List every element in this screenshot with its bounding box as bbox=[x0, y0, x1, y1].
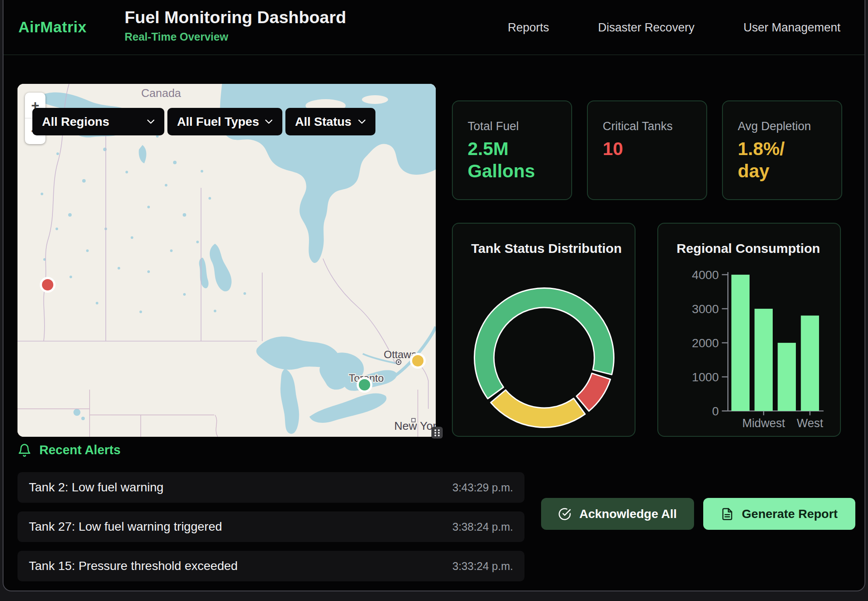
filter-all-status[interactable]: All Status bbox=[285, 108, 375, 135]
filter-all-fuel-types[interactable]: All Fuel Types bbox=[167, 108, 282, 135]
map-panel[interactable]: Canada Ottawa Toronto New York + − All R… bbox=[17, 84, 436, 437]
document-icon bbox=[721, 508, 734, 521]
y-tick-label: 4000 bbox=[692, 268, 719, 282]
nav-item-user-management[interactable]: User Management bbox=[743, 21, 840, 35]
filter-all-regions[interactable]: All Regions bbox=[32, 108, 164, 135]
stat-value: 10 bbox=[603, 138, 691, 160]
map-filters: All RegionsAll Fuel TypesAll Status bbox=[32, 108, 375, 135]
alert-text: Tank 15: Pressure threshold exceeded bbox=[29, 559, 238, 573]
map-island bbox=[362, 95, 388, 104]
stat-card-critical-tanks: Critical Tanks10 bbox=[587, 100, 707, 200]
tank-status-card: Tank Status Distribution bbox=[452, 223, 635, 437]
chevron-down-icon bbox=[265, 119, 273, 124]
y-tick-label: 2000 bbox=[692, 336, 719, 350]
stat-value-line: day bbox=[738, 160, 826, 182]
bar-midwest bbox=[754, 309, 773, 411]
tank-status-donut-chart bbox=[453, 224, 635, 435]
drag-handle-icon[interactable] bbox=[431, 427, 443, 439]
right-column: Total Fuel2.5MGallonsCritical Tanks10Avg… bbox=[452, 84, 842, 437]
recent-alerts-title: Recent Alerts bbox=[39, 443, 121, 457]
y-tick-label: 1000 bbox=[692, 370, 719, 384]
chevron-down-icon bbox=[358, 119, 366, 124]
check-circle-icon bbox=[558, 508, 571, 521]
generate-report-label: Generate Report bbox=[742, 507, 837, 521]
acknowledge-all-label: Acknowledge All bbox=[579, 507, 677, 521]
map-town-symbol-ottawa-dot bbox=[398, 361, 399, 363]
alert-time: 3:33:24 p.m. bbox=[452, 560, 513, 573]
x-tick-label-midwest: Midwest bbox=[742, 417, 785, 430]
stat-value-line: 2.5M bbox=[468, 138, 556, 160]
filter-label: All Status bbox=[295, 115, 351, 129]
alert-row: Tank 27: Low fuel warning triggered3:38:… bbox=[17, 511, 524, 542]
alert-time: 3:43:29 p.m. bbox=[452, 481, 513, 494]
map-canvas[interactable]: Canada Ottawa Toronto New York bbox=[17, 84, 436, 437]
donut-segment-warning bbox=[491, 390, 585, 428]
bar-west bbox=[801, 315, 819, 411]
brand-logo[interactable]: AirMatrix bbox=[18, 18, 87, 36]
stat-card-total-fuel: Total Fuel2.5MGallons bbox=[452, 100, 572, 200]
chevron-down-icon bbox=[147, 119, 155, 124]
stat-card-avg-depletion: Avg Depletion1.8%/day bbox=[722, 100, 842, 200]
map-label-canada: Canada bbox=[141, 86, 181, 100]
stat-label: Total Fuel bbox=[468, 120, 556, 133]
recent-alerts-header: Recent Alerts bbox=[17, 443, 121, 457]
generate-report-button[interactable]: Generate Report bbox=[703, 498, 855, 530]
nav-item-disaster-recovery[interactable]: Disaster Recovery bbox=[598, 21, 694, 35]
map-marker-critical[interactable] bbox=[41, 278, 55, 292]
stat-value-line: Gallons bbox=[468, 160, 556, 182]
y-tick-label: 0 bbox=[712, 404, 719, 418]
regional-consumption-card: Regional Consumption 01000200030004000Mi… bbox=[657, 223, 841, 437]
main-nav: ReportsDisaster RecoveryUser Management bbox=[508, 0, 840, 55]
y-tick-label: 3000 bbox=[692, 302, 719, 316]
filter-label: All Regions bbox=[42, 115, 109, 129]
map-svg: Canada Ottawa Toronto New York bbox=[17, 84, 436, 437]
alert-text: Tank 27: Low fuel warning triggered bbox=[29, 520, 222, 534]
alert-text: Tank 2: Low fuel warning bbox=[29, 480, 163, 494]
page-title: Fuel Monitoring Dashboard bbox=[125, 8, 346, 27]
stat-value-line: 10 bbox=[603, 138, 691, 160]
stat-value: 1.8%/day bbox=[738, 138, 826, 182]
donut-segment-critical bbox=[576, 373, 611, 411]
alert-row: Tank 15: Pressure threshold exceeded3:33… bbox=[17, 551, 524, 581]
alert-row: Tank 2: Low fuel warning3:43:29 p.m. bbox=[17, 472, 524, 503]
dashboard-panel: AirMatrix Fuel Monitoring Dashboard Real… bbox=[3, 0, 865, 591]
regional-consumption-bar-chart: 01000200030004000MidwestWest bbox=[658, 224, 840, 435]
filter-label: All Fuel Types bbox=[177, 115, 259, 129]
stat-label: Critical Tanks bbox=[603, 120, 691, 133]
app-header: AirMatrix Fuel Monitoring Dashboard Real… bbox=[3, 0, 865, 55]
page-subtitle: Real-Time Overview bbox=[125, 31, 346, 43]
title-block: Fuel Monitoring Dashboard Real-Time Over… bbox=[125, 8, 346, 43]
map-marker-warning[interactable] bbox=[411, 354, 425, 368]
stat-label: Avg Depletion bbox=[738, 120, 826, 133]
nav-item-reports[interactable]: Reports bbox=[508, 21, 549, 35]
x-tick-label-west: West bbox=[797, 417, 823, 430]
alert-time: 3:38:24 p.m. bbox=[452, 521, 513, 533]
map-marker-normal[interactable] bbox=[358, 378, 372, 392]
bell-icon bbox=[17, 443, 31, 457]
bar-south bbox=[778, 343, 796, 411]
stat-value-line: 1.8%/ bbox=[738, 138, 826, 160]
bar-northeast bbox=[731, 275, 750, 411]
stat-value: 2.5MGallons bbox=[468, 138, 556, 182]
acknowledge-all-button[interactable]: Acknowledge All bbox=[541, 498, 694, 530]
map-city-symbol-new-york bbox=[412, 418, 415, 422]
